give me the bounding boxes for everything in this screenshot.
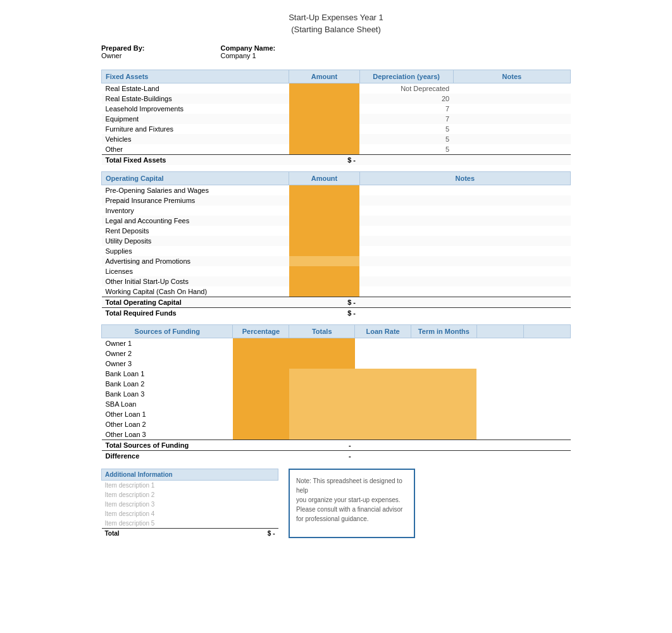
prepared-by-label: Prepared By:: [101, 44, 144, 52]
term-cell[interactable]: [411, 369, 477, 379]
table-row: SBA Loan: [102, 399, 571, 409]
loan-rate-cell[interactable]: [355, 338, 411, 349]
row-label: Vehicles: [102, 134, 289, 144]
row-amount[interactable]: [289, 114, 359, 124]
loan-rate-cell[interactable]: [355, 359, 411, 369]
row-notes[interactable]: [453, 83, 570, 94]
row-amount[interactable]: [289, 83, 359, 94]
term-cell[interactable]: [411, 429, 477, 440]
term-cell[interactable]: [411, 359, 477, 369]
term-cell[interactable]: [411, 409, 477, 419]
row-notes[interactable]: [359, 195, 570, 206]
row-notes[interactable]: [453, 104, 570, 114]
loan-rate-cell[interactable]: [355, 399, 411, 409]
total-cell[interactable]: [289, 338, 355, 349]
bottom-total-row: Total $ -: [102, 529, 278, 539]
source-label: Bank Loan 1: [102, 369, 233, 379]
percentage-cell[interactable]: [233, 369, 289, 379]
loan-rate-cell[interactable]: [355, 369, 411, 379]
term-cell[interactable]: [411, 389, 477, 399]
row-notes[interactable]: [359, 246, 570, 256]
row-depreciation: 5: [359, 134, 453, 144]
row-notes[interactable]: [359, 185, 570, 196]
total-cell[interactable]: [289, 399, 355, 409]
percentage-cell[interactable]: [233, 338, 289, 349]
table-row: Item description 4: [102, 509, 278, 519]
term-cell[interactable]: [411, 379, 477, 389]
row-notes[interactable]: [359, 256, 570, 266]
total-cell[interactable]: [289, 429, 355, 440]
total-cell[interactable]: [289, 389, 355, 399]
row-notes[interactable]: [359, 206, 570, 216]
row-notes[interactable]: [453, 134, 570, 144]
row-notes[interactable]: [453, 144, 570, 155]
row-amount[interactable]: [289, 226, 359, 236]
percentage-cell[interactable]: [233, 379, 289, 389]
row-notes[interactable]: [359, 276, 570, 286]
total-cell[interactable]: [289, 379, 355, 389]
total-cell[interactable]: [289, 419, 355, 429]
row-amount[interactable]: [289, 124, 359, 134]
percentage-cell[interactable]: [233, 359, 289, 369]
total-fixed-assets-row: Total Fixed Assets $ -: [102, 155, 571, 166]
fixed-assets-header: Fixed Assets: [102, 70, 289, 83]
row-amount[interactable]: [289, 144, 359, 155]
row-amount[interactable]: [289, 246, 359, 256]
percentage-cell[interactable]: [233, 389, 289, 399]
source-label: Owner 3: [102, 359, 233, 369]
loan-rate-cell[interactable]: [355, 379, 411, 389]
row-notes[interactable]: [359, 216, 570, 226]
loan-rate-cell[interactable]: [355, 409, 411, 419]
row-label: Utility Deposits: [102, 236, 289, 246]
total-cell[interactable]: [289, 348, 355, 359]
row-amount[interactable]: [289, 216, 359, 226]
table-row: Vehicles 5: [102, 134, 571, 144]
total-funding-value: -: [289, 440, 355, 451]
row-notes[interactable]: [453, 114, 570, 124]
percentage-cell[interactable]: [233, 399, 289, 409]
term-cell[interactable]: [411, 338, 477, 349]
total-cell[interactable]: [289, 359, 355, 369]
page-container: Start-Up Expenses Year 1 (Starting Balan…: [0, 0, 672, 551]
row-amount[interactable]: [289, 134, 359, 144]
row-amount[interactable]: [289, 195, 359, 206]
row-amount[interactable]: [289, 266, 359, 276]
row-notes[interactable]: [359, 266, 570, 276]
loan-rate-cell[interactable]: [355, 348, 411, 359]
loan-rate-header: Loan Rate: [355, 325, 411, 338]
bottom-right-section: Note: This spreadsheet is designed to he…: [289, 469, 415, 538]
total-operating-label: Total Operating Capital: [102, 297, 289, 308]
term-cell[interactable]: [411, 419, 477, 429]
row-amount[interactable]: [289, 286, 359, 297]
row-amount[interactable]: [289, 206, 359, 216]
row-amount[interactable]: [289, 185, 359, 196]
row-label: Other Initial Start-Up Costs: [102, 276, 289, 286]
row-notes[interactable]: [453, 94, 570, 104]
row-amount[interactable]: [289, 94, 359, 104]
row-notes[interactable]: [453, 124, 570, 134]
loan-rate-cell[interactable]: [355, 429, 411, 440]
loan-rate-cell[interactable]: [355, 419, 411, 429]
row-label: Prepaid Insurance Premiums: [102, 195, 289, 206]
total-cell[interactable]: [289, 409, 355, 419]
total-cell[interactable]: [289, 369, 355, 379]
row-notes[interactable]: [359, 286, 570, 297]
percentage-cell[interactable]: [233, 409, 289, 419]
row-label: Pre-Opening Salaries and Wages: [102, 185, 289, 196]
operating-capital-amount-header: Amount: [289, 172, 359, 185]
row-notes[interactable]: [359, 226, 570, 236]
percentage-cell[interactable]: [233, 429, 289, 440]
fixed-assets-amount-header: Amount: [289, 70, 359, 83]
row-notes[interactable]: [359, 236, 570, 246]
term-cell[interactable]: [411, 399, 477, 409]
term-cell[interactable]: [411, 348, 477, 359]
row-amount[interactable]: [289, 104, 359, 114]
row-amount[interactable]: [289, 236, 359, 246]
table-row: Other Loan 2: [102, 419, 571, 429]
difference-value: -: [289, 451, 355, 462]
loan-rate-cell[interactable]: [355, 389, 411, 399]
row-amount[interactable]: [289, 276, 359, 286]
percentage-cell[interactable]: [233, 348, 289, 359]
row-amount[interactable]: [289, 256, 359, 266]
percentage-cell[interactable]: [233, 419, 289, 429]
